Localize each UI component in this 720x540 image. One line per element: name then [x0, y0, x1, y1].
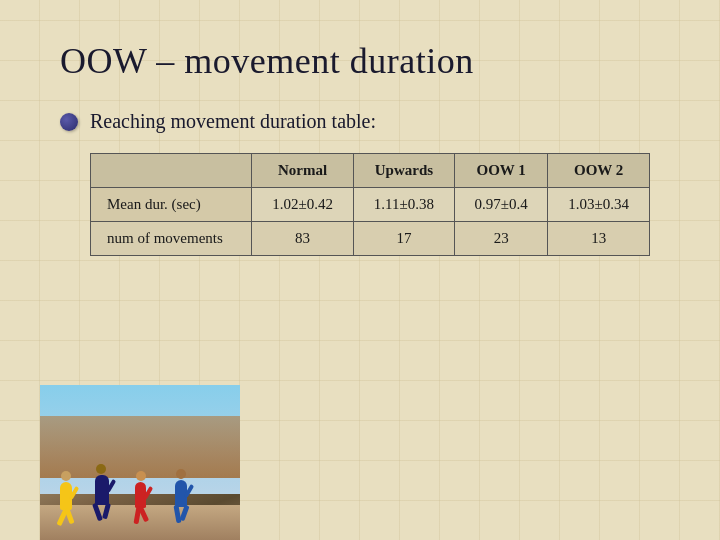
col-header-empty: [91, 154, 252, 188]
row-1-oow1: 0.97±0.4: [454, 188, 547, 222]
row-2-upwards: 17: [353, 222, 454, 256]
runner-figure: [135, 482, 146, 508]
row-label-1: Mean dur. (sec): [91, 188, 252, 222]
runner-figure: [60, 482, 72, 510]
row-2-oow1: 23: [454, 222, 547, 256]
col-header-upwards: Upwards: [353, 154, 454, 188]
slide-title: OOW – movement duration: [60, 40, 660, 82]
row-2-oow2: 13: [548, 222, 650, 256]
slide-content: OOW – movement duration Reaching movemen…: [0, 0, 720, 286]
row-2-normal: 83: [252, 222, 354, 256]
runner-figure: [95, 475, 109, 505]
photo-container: [40, 385, 240, 540]
col-header-normal: Normal: [252, 154, 354, 188]
col-header-oow2: OOW 2: [548, 154, 650, 188]
runner-figure: [175, 480, 187, 507]
row-label-2: num of movements: [91, 222, 252, 256]
row-1-oow2: 1.03±0.34: [548, 188, 650, 222]
table-row: Mean dur. (sec) 1.02±0.42 1.11±0.38 0.97…: [91, 188, 650, 222]
data-table: Normal Upwards OOW 1 OOW 2 Mean dur. (se…: [90, 153, 650, 256]
runners-photo: [40, 385, 240, 540]
bullet-point: Reaching movement duration table:: [60, 110, 660, 133]
row-1-upwards: 1.11±0.38: [353, 188, 454, 222]
bullet-icon: [60, 113, 78, 131]
table-row: num of movements 83 17 23 13: [91, 222, 650, 256]
table-header-row: Normal Upwards OOW 1 OOW 2: [91, 154, 650, 188]
row-1-normal: 1.02±0.42: [252, 188, 354, 222]
col-header-oow1: OOW 1: [454, 154, 547, 188]
bullet-text: Reaching movement duration table:: [90, 110, 376, 133]
